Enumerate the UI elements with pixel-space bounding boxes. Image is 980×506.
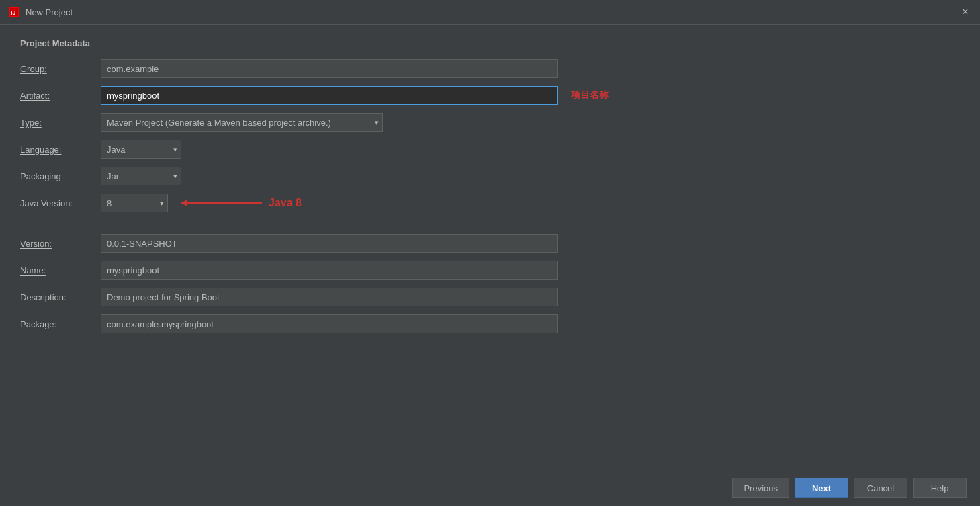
java-version-wrapper: 8 11 17 21 Java 8 bbox=[101, 194, 302, 212]
name-input[interactable] bbox=[101, 261, 558, 280]
type-select-wrapper: Maven Project (Generate a Maven based pr… bbox=[101, 113, 383, 132]
section-title: Project Metadata bbox=[20, 38, 960, 48]
title-bar: IJ New Project × bbox=[0, 0, 980, 25]
type-label: Type: bbox=[20, 118, 101, 128]
java-version-select-wrapper: 8 11 17 21 bbox=[101, 194, 168, 212]
dialog-footer: Previous Next Cancel Help bbox=[0, 470, 980, 506]
cancel-button[interactable]: Cancel bbox=[854, 478, 907, 498]
previous-button[interactable]: Previous bbox=[732, 478, 789, 498]
version-label: Version: bbox=[20, 239, 101, 249]
dialog-content: Project Metadata Group: Artifact: 项目名称 T… bbox=[0, 25, 980, 470]
arrowhead bbox=[181, 200, 187, 206]
language-row: Language: Java Kotlin Groovy bbox=[20, 140, 960, 159]
close-button[interactable]: × bbox=[959, 5, 972, 19]
description-label: Description: bbox=[20, 292, 101, 302]
help-button[interactable]: Help bbox=[913, 478, 967, 498]
artifact-annotation: 项目名称 bbox=[571, 89, 609, 101]
package-label: Package: bbox=[20, 319, 101, 329]
java-version-annotation: Java 8 bbox=[269, 197, 302, 209]
description-row: Description: bbox=[20, 288, 960, 306]
spacer bbox=[20, 220, 960, 234]
language-select-wrapper: Java Kotlin Groovy bbox=[101, 140, 181, 159]
artifact-input[interactable] bbox=[101, 86, 558, 105]
language-label: Language: bbox=[20, 144, 101, 155]
svg-text:IJ: IJ bbox=[11, 9, 16, 16]
language-select[interactable]: Java Kotlin Groovy bbox=[101, 140, 181, 159]
version-row: Version: bbox=[20, 234, 960, 253]
type-row: Type: Maven Project (Generate a Maven ba… bbox=[20, 113, 960, 132]
version-input[interactable] bbox=[101, 234, 558, 253]
next-button[interactable]: Next bbox=[795, 478, 848, 498]
packaging-label: Packaging: bbox=[20, 171, 101, 181]
dialog-title: New Project bbox=[26, 7, 959, 17]
arrow-decoration bbox=[181, 202, 262, 204]
description-input[interactable] bbox=[101, 288, 558, 306]
intellij-icon: IJ bbox=[8, 6, 20, 18]
group-input[interactable] bbox=[101, 59, 558, 78]
artifact-row: Artifact: 项目名称 bbox=[20, 86, 960, 105]
java-version-annotation-arrow: Java 8 bbox=[175, 197, 302, 209]
group-label: Group: bbox=[20, 64, 101, 74]
artifact-label: Artifact: bbox=[20, 91, 101, 101]
group-row: Group: bbox=[20, 59, 960, 78]
java-version-select[interactable]: 8 11 17 21 bbox=[101, 194, 168, 212]
package-row: Package: bbox=[20, 314, 960, 333]
packaging-row: Packaging: Jar War bbox=[20, 167, 960, 185]
java-version-label: Java Version: bbox=[20, 198, 101, 208]
name-label: Name: bbox=[20, 265, 101, 276]
packaging-select[interactable]: Jar War bbox=[101, 167, 181, 185]
java-version-row: Java Version: 8 11 17 21 Java 8 bbox=[20, 194, 960, 212]
packaging-select-wrapper: Jar War bbox=[101, 167, 181, 185]
new-project-dialog: IJ New Project × Project Metadata Group:… bbox=[0, 0, 980, 506]
name-row: Name: bbox=[20, 261, 960, 280]
type-select[interactable]: Maven Project (Generate a Maven based pr… bbox=[101, 113, 383, 132]
package-input[interactable] bbox=[101, 314, 558, 333]
